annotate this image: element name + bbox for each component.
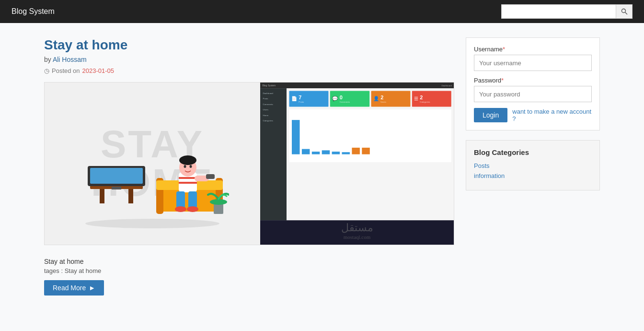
watermark: مستقل mostaql.com (341, 222, 373, 240)
dash-card-cats: ☰ 2 Categories (412, 91, 451, 107)
comments-icon: 💬 (332, 96, 338, 102)
svg-rect-20 (176, 191, 185, 208)
author-link[interactable]: Ali Hossam (53, 56, 87, 63)
login-actions: Login want to make a new account ? (474, 108, 592, 122)
dash-card-posts: 📄 7 Posts (289, 91, 329, 107)
posts-icon: 📄 (291, 96, 297, 102)
dash-main: 📄 7 Posts 💬 0 (287, 88, 454, 220)
post-image: STAYHOME (44, 82, 454, 245)
username-label: Username* (474, 46, 592, 53)
search-form (501, 4, 632, 19)
content-area: Stay at home by Ali Hossam ◷ Posted on 2… (44, 37, 454, 298)
password-label: Password* (474, 77, 592, 84)
cats-icon: ☰ (414, 96, 418, 102)
chart-bars (292, 112, 448, 154)
post-tags: tages : Stay at home (44, 267, 454, 274)
main-container: Stay at home by Ali Hossam ◷ Posted on 2… (34, 23, 610, 313)
bar-4 (322, 150, 330, 154)
category-posts[interactable]: Posts (474, 162, 592, 169)
post-footer: Stay at home tages : Stay at home Read M… (44, 253, 454, 298)
person-illustration (76, 96, 229, 231)
dash-sidebar: Dashboard Posts Comments Users Home Cate… (260, 88, 287, 220)
search-button[interactable] (616, 4, 632, 19)
dash-sidebar-posts: Posts (260, 96, 287, 102)
dashboard-inner: Blog System Dashboard Dashboard Posts Co… (260, 83, 454, 220)
read-more-button[interactable]: Read More ► (44, 280, 104, 296)
dash-sidebar-home: Home (260, 113, 287, 118)
nav-brand: Blog System (12, 7, 55, 16)
categories-title: Blog Categories (474, 148, 592, 156)
dash-topbar: Blog System Dashboard (260, 83, 454, 88)
dash-cards: 📄 7 Posts 💬 0 (289, 91, 451, 107)
search-icon (621, 8, 628, 15)
login-box: Username* Password* Login want to make a… (466, 37, 600, 130)
dash-sidebar-comments: Comments (260, 102, 287, 107)
bar-3 (312, 152, 320, 154)
navbar: Blog System (0, 0, 644, 23)
categories-box: Blog Categories Posts information (466, 140, 600, 190)
svg-point-22 (175, 206, 186, 212)
svg-rect-8 (112, 187, 121, 189)
bar-2 (302, 149, 310, 154)
dash-body: Dashboard Posts Comments Users Home Cate… (260, 88, 454, 220)
post-author: by Ali Hossam (44, 56, 454, 63)
bar-5 (332, 152, 340, 154)
bar-1 (292, 120, 300, 154)
svg-point-19 (190, 165, 192, 168)
dash-sidebar-dashboard: Dashboard (260, 91, 287, 96)
login-button[interactable]: Login (474, 108, 507, 122)
username-group: Username* (474, 46, 592, 71)
svg-point-23 (187, 206, 198, 212)
svg-point-17 (179, 155, 196, 165)
bar-8 (362, 148, 370, 154)
dash-card-users: 👤 2 Users (371, 91, 410, 107)
dash-card-comments: 💬 0 Comments (330, 91, 369, 107)
svg-line-1 (625, 12, 627, 15)
svg-point-2 (85, 219, 219, 228)
dash-sidebar-cats: Categories (260, 118, 287, 124)
post-title: Stay at home (44, 37, 454, 53)
svg-rect-4 (100, 189, 104, 203)
svg-rect-15 (179, 182, 197, 184)
post-date: ◷ Posted on 2023-01-05 (44, 67, 454, 74)
dashboard-panel: Blog System Dashboard Dashboard Posts Co… (260, 83, 454, 245)
users-icon: 👤 (373, 96, 379, 102)
new-account-link[interactable]: want to make a new account ? (512, 108, 592, 122)
dash-chart (289, 109, 451, 162)
password-group: Password* (474, 77, 592, 102)
username-input[interactable] (474, 55, 592, 71)
svg-rect-7 (90, 168, 143, 184)
password-input[interactable] (474, 86, 592, 102)
bar-7 (352, 148, 360, 154)
svg-rect-21 (188, 191, 197, 208)
bar-6 (342, 152, 350, 154)
dash-sidebar-users: Users (260, 107, 287, 113)
post-footer-title: Stay at home (44, 258, 454, 265)
category-information[interactable]: information (474, 172, 592, 179)
svg-point-18 (184, 165, 186, 168)
stay-home-illustration: STAYHOME (45, 83, 260, 245)
arrow-icon: ► (89, 284, 95, 292)
search-input[interactable] (501, 4, 616, 19)
sidebar: Username* Password* Login want to make a… (466, 37, 600, 298)
svg-rect-25 (206, 174, 215, 179)
svg-rect-14 (179, 177, 197, 179)
svg-point-0 (621, 9, 625, 13)
clock-icon: ◷ (44, 67, 49, 74)
svg-rect-5 (128, 189, 133, 203)
